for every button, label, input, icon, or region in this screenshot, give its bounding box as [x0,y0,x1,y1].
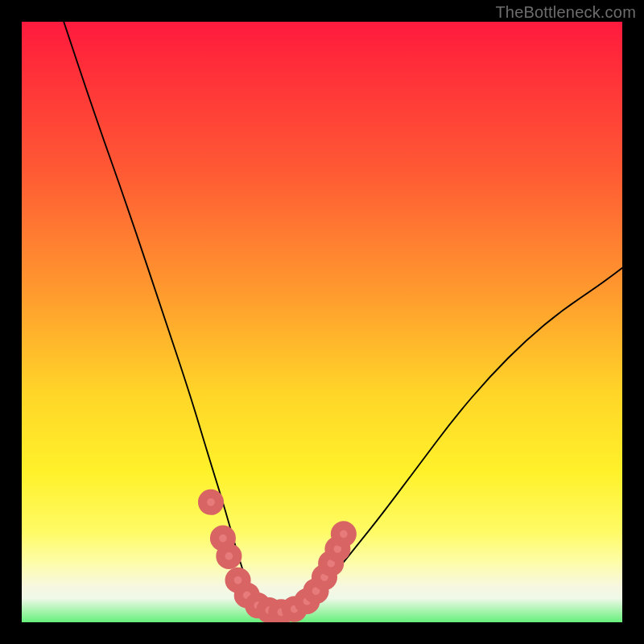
highlight-dot [203,493,220,510]
plot-area [22,22,622,622]
watermark-text: TheBottleneck.com [495,3,636,22]
marker-group [203,493,353,620]
curve-layer [22,22,622,622]
highlight-dot [221,547,237,564]
highlight-dot [335,526,352,543]
chart-frame: TheBottleneck.com [0,0,644,644]
